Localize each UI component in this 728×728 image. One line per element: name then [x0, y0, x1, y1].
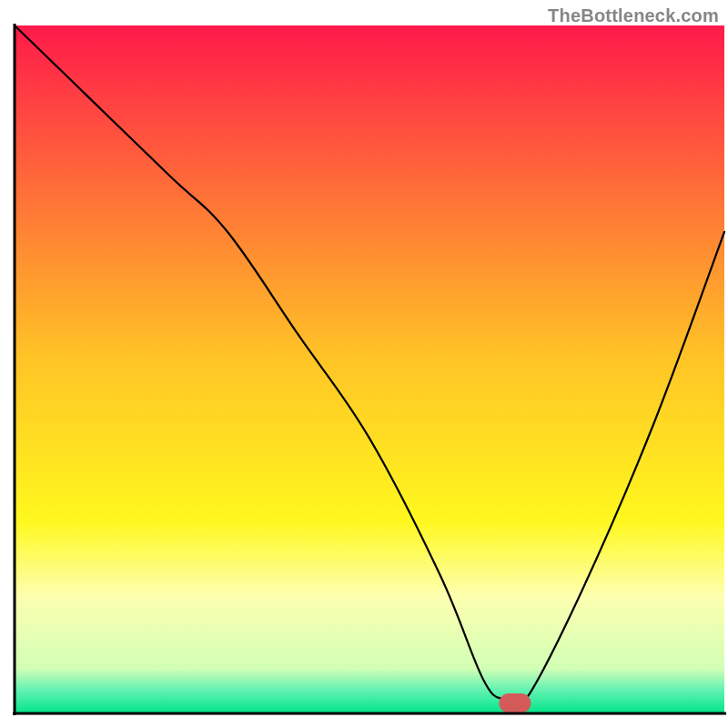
bottleneck-chart	[0, 0, 728, 728]
optimal-marker	[499, 693, 531, 713]
chart-container: TheBottleneck.com	[0, 0, 728, 728]
watermark-text: TheBottleneck.com	[548, 5, 719, 26]
plot-area	[13, 24, 726, 715]
